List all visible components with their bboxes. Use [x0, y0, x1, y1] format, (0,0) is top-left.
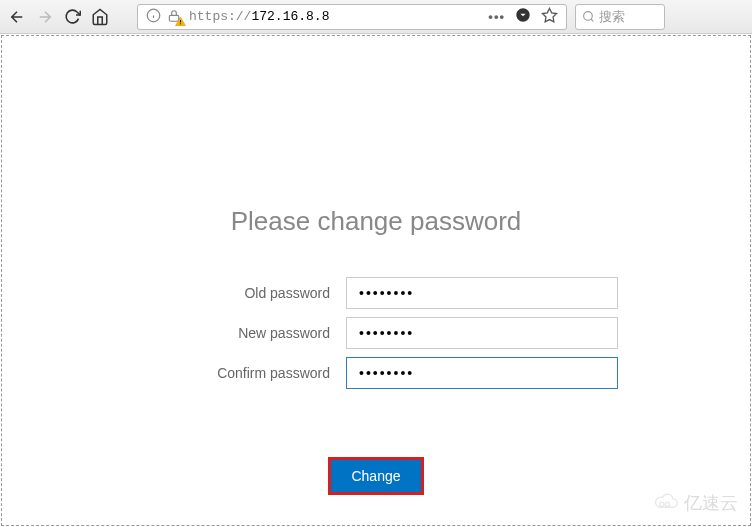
old-password-input[interactable] — [346, 277, 618, 309]
new-password-label: New password — [116, 325, 346, 341]
page-content: Please change password Old password New … — [1, 35, 751, 526]
page-actions-icon[interactable]: ••• — [488, 9, 505, 24]
svg-point-7 — [584, 12, 593, 21]
svg-point-5 — [180, 23, 181, 24]
svg-line-8 — [591, 19, 593, 21]
new-password-row: New password — [116, 317, 636, 349]
browser-toolbar: https://172.16.8.8 ••• 搜索 — [0, 0, 752, 34]
new-password-input[interactable] — [346, 317, 618, 349]
reload-button[interactable] — [64, 8, 81, 25]
url-text: https://172.16.8.8 — [189, 9, 482, 24]
cloud-icon — [652, 493, 680, 513]
search-placeholder: 搜索 — [599, 8, 625, 26]
browser-search-box[interactable]: 搜索 — [575, 4, 665, 30]
watermark-text: 亿速云 — [684, 491, 738, 515]
watermark: 亿速云 — [652, 491, 738, 515]
insecure-lock-icon — [167, 9, 183, 25]
pocket-icon[interactable] — [515, 7, 531, 26]
info-icon[interactable] — [146, 8, 161, 26]
page-title: Please change password — [231, 206, 522, 237]
confirm-password-row: Confirm password — [116, 357, 636, 389]
bookmark-star-icon[interactable] — [541, 7, 558, 27]
change-button[interactable]: Change — [328, 457, 423, 495]
svg-point-10 — [665, 502, 669, 506]
nav-buttons — [8, 8, 109, 26]
svg-marker-6 — [542, 8, 556, 21]
forward-button[interactable] — [36, 8, 54, 26]
back-button[interactable] — [8, 8, 26, 26]
url-bar[interactable]: https://172.16.8.8 ••• — [137, 4, 567, 30]
confirm-password-label: Confirm password — [116, 365, 346, 381]
home-button[interactable] — [91, 8, 109, 26]
old-password-row: Old password — [116, 277, 636, 309]
search-icon — [582, 10, 595, 23]
old-password-label: Old password — [116, 285, 346, 301]
svg-point-9 — [660, 502, 664, 506]
confirm-password-input[interactable] — [346, 357, 618, 389]
